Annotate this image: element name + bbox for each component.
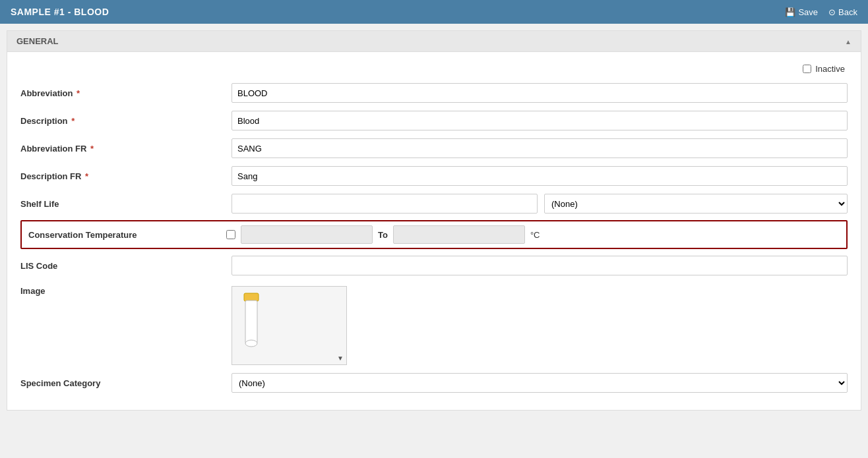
shelf-life-controls: (None) Days Weeks Months Years: [232, 194, 848, 214]
description-fr-row: Description FR *: [20, 162, 848, 190]
conservation-temperature-row: Conservation Temperature To °C: [20, 220, 848, 249]
description-fr-label: Description FR *: [20, 171, 232, 181]
save-icon: 💾: [785, 7, 795, 17]
conservation-temp-to-input[interactable]: [393, 225, 525, 244]
conservation-temperature-label: Conservation Temperature: [28, 230, 226, 240]
abbreviation-fr-label: Abbreviation FR *: [20, 144, 232, 154]
description-input[interactable]: [232, 111, 848, 130]
inactive-checkbox[interactable]: [803, 65, 811, 73]
header-actions: 💾 Save ⊙ Back: [785, 7, 857, 17]
conservation-unit-label: °C: [530, 230, 540, 240]
shelf-life-unit-select[interactable]: (None) Days Weeks Months Years: [544, 194, 848, 214]
inactive-row: Inactive: [20, 59, 848, 79]
conservation-temp-checkbox[interactable]: [226, 230, 235, 239]
image-label: Image: [20, 286, 232, 296]
shelf-life-label: Shelf Life: [20, 199, 232, 209]
tube-image: [239, 292, 272, 358]
collapse-icon[interactable]: [845, 36, 852, 46]
section-title: GENERAL: [16, 36, 59, 46]
image-dropdown-button[interactable]: ▼: [337, 355, 344, 362]
back-icon: ⊙: [828, 7, 836, 17]
svg-rect-1: [245, 301, 257, 343]
back-button[interactable]: ⊙ Back: [828, 7, 857, 17]
conservation-to-label: To: [378, 230, 388, 240]
shelf-life-input[interactable]: [232, 194, 538, 214]
conservation-temp-from-input[interactable]: [241, 225, 373, 244]
save-button[interactable]: 💾 Save: [785, 7, 818, 17]
image-container[interactable]: ▼: [232, 286, 347, 365]
page-header: SAMPLE #1 - BLOOD 💾 Save ⊙ Back: [0, 0, 868, 24]
shelf-life-row: Shelf Life (None) Days Weeks Months Year…: [20, 190, 848, 217]
specimen-category-label: Specimen Category: [20, 378, 232, 388]
description-label: Description *: [20, 116, 232, 126]
lis-code-row: LIS Code: [20, 252, 848, 279]
lis-code-input[interactable]: [232, 256, 848, 275]
abbreviation-row: Abbreviation *: [20, 79, 848, 107]
page-title: SAMPLE #1 - BLOOD: [11, 7, 109, 17]
description-fr-input[interactable]: [232, 166, 848, 186]
image-row: Image ▼: [20, 279, 848, 369]
conservation-inputs: To °C: [226, 225, 840, 244]
abbreviation-input[interactable]: [232, 83, 848, 103]
abbreviation-fr-row: Abbreviation FR *: [20, 134, 848, 162]
specimen-category-row: Specimen Category (None): [20, 369, 848, 397]
inactive-label[interactable]: Inactive: [815, 64, 845, 74]
lis-code-label: LIS Code: [20, 261, 232, 271]
specimen-category-select[interactable]: (None): [232, 373, 848, 393]
section-header: GENERAL: [7, 31, 861, 52]
form-body: Inactive Abbreviation * Description * Ab…: [7, 52, 861, 410]
abbreviation-fr-input[interactable]: [232, 138, 848, 158]
svg-point-2: [245, 340, 257, 347]
abbreviation-label: Abbreviation *: [20, 88, 232, 98]
general-section: GENERAL Inactive Abbreviation * Descript…: [7, 30, 861, 411]
svg-rect-0: [244, 293, 259, 301]
description-row: Description *: [20, 107, 848, 134]
